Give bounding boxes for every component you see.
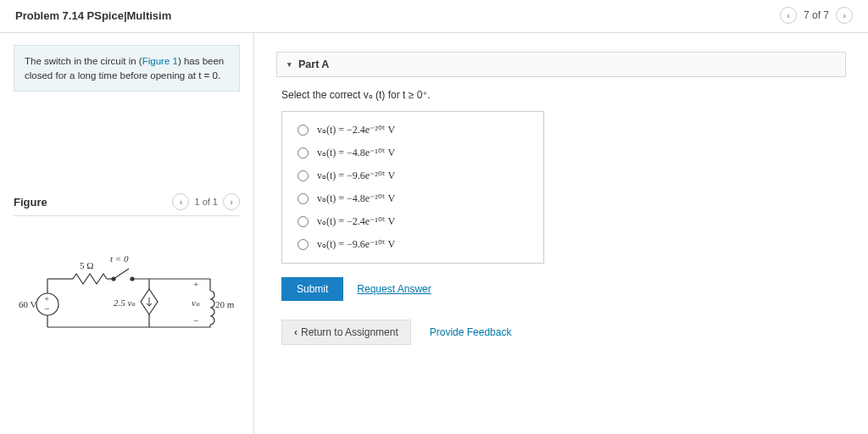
choice-radio[interactable]: [298, 147, 309, 159]
choice-5[interactable]: vₒ(t) = −9.6e⁻¹⁰ᵗ V: [298, 238, 528, 251]
choice-radio[interactable]: [298, 170, 309, 181]
part-header[interactable]: ▾ Part A: [276, 52, 846, 77]
svg-text:+: +: [193, 279, 198, 289]
return-button[interactable]: ‹Return to Assignment: [281, 320, 411, 345]
return-label: Return to Assignment: [301, 326, 398, 338]
problem-title: Problem 7.14 PSpice|Multisim: [15, 9, 171, 22]
choice-1[interactable]: vₒ(t) = −4.8e⁻¹⁰ᵗ V: [298, 147, 528, 159]
figure-prev-button[interactable]: ‹: [172, 193, 189, 210]
problem-prompt: The switch in the circuit in (Figure 1) …: [14, 45, 240, 92]
choice-label: vₒ(t) = −2.4e⁻¹⁰ᵗ V: [317, 215, 395, 228]
provide-feedback-link[interactable]: Provide Feedback: [430, 326, 512, 338]
figure-heading: Figure: [14, 196, 47, 209]
switch-time-label: t = 0: [110, 253, 129, 264]
problem-counter: 7 of 7: [804, 9, 829, 21]
question-text: Select the correct vₒ (t) for t ≥ 0⁺.: [281, 89, 846, 101]
submit-button[interactable]: Submit: [281, 277, 343, 301]
chevron-left-icon: ‹: [294, 326, 298, 338]
choice-label: vₒ(t) = −2.4e⁻²⁰ᵗ V: [317, 124, 395, 136]
svg-text:+: +: [44, 293, 49, 303]
prev-problem-button[interactable]: ‹: [780, 7, 797, 24]
source-label: 60 V: [19, 299, 37, 309]
choice-radio[interactable]: [298, 193, 309, 204]
choice-radio[interactable]: [298, 216, 309, 227]
part-title: Part A: [298, 58, 329, 70]
answer-choices: vₒ(t) = −2.4e⁻²⁰ᵗ V vₒ(t) = −4.8e⁻¹⁰ᵗ V …: [281, 111, 544, 264]
figure-link[interactable]: Figure 1: [142, 56, 178, 66]
inductor-label: 20 mH: [215, 299, 234, 309]
figure-next-button[interactable]: ›: [223, 193, 240, 210]
choice-3[interactable]: vₒ(t) = −4.8e⁻²⁰ᵗ V: [298, 192, 528, 205]
choice-4[interactable]: vₒ(t) = −2.4e⁻¹⁰ᵗ V: [298, 215, 528, 228]
collapse-icon: ▾: [287, 60, 292, 69]
choice-label: vₒ(t) = −9.6e⁻¹⁰ᵗ V: [317, 238, 395, 251]
figure-counter: 1 of 1: [194, 197, 218, 207]
choice-radio[interactable]: [298, 239, 309, 250]
choice-0[interactable]: vₒ(t) = −2.4e⁻²⁰ᵗ V: [298, 124, 528, 136]
vo-label: vₒ: [192, 298, 200, 308]
request-answer-link[interactable]: Request Answer: [357, 283, 431, 295]
choice-2[interactable]: vₒ(t) = −9.6e⁻²⁰ᵗ V: [298, 170, 528, 182]
figure-pager: ‹ 1 of 1 ›: [172, 193, 240, 210]
resistor-label: 5 Ω: [80, 260, 93, 270]
problem-pager: ‹ 7 of 7 ›: [780, 7, 853, 24]
svg-text:−: −: [44, 303, 49, 314]
choice-radio[interactable]: [298, 125, 309, 136]
svg-text:−: −: [193, 315, 198, 326]
next-problem-button[interactable]: ›: [836, 7, 853, 24]
choice-label: vₒ(t) = −4.8e⁻²⁰ᵗ V: [317, 192, 395, 205]
prompt-text-pre: The switch in the circuit in (: [25, 56, 142, 66]
choice-label: vₒ(t) = −9.6e⁻²⁰ᵗ V: [317, 170, 395, 182]
choice-label: vₒ(t) = −4.8e⁻¹⁰ᵗ V: [317, 147, 395, 159]
dep-source-label: 2.5 vₒ: [114, 298, 136, 308]
circuit-figure: + −: [14, 238, 240, 351]
